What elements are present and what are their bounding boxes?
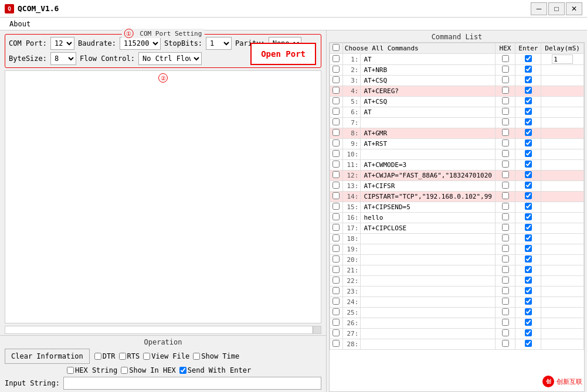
delay-cell[interactable] (541, 128, 584, 139)
row-select-checkbox[interactable] (332, 245, 340, 252)
send-with-enter-checkbox[interactable] (179, 367, 186, 374)
show-time-checkbox-label[interactable]: Show Time (193, 352, 239, 360)
delay-cell[interactable] (541, 223, 584, 234)
cmd-text-input[interactable] (362, 66, 493, 74)
show-in-hex-checkbox[interactable] (121, 367, 128, 374)
delay-cell[interactable] (541, 234, 584, 244)
delay-cell[interactable] (541, 160, 584, 171)
view-file-checkbox-label[interactable]: View File (143, 352, 189, 360)
row-select-checkbox[interactable] (332, 340, 340, 347)
hex-checkbox[interactable] (502, 213, 509, 220)
cmd-input-cell[interactable] (361, 276, 495, 287)
cmd-input-cell[interactable] (361, 76, 495, 86)
enter-checkbox[interactable] (525, 118, 532, 125)
cmd-text-input[interactable] (362, 340, 493, 349)
hex-checkbox[interactable] (502, 308, 509, 315)
cmd-text-input[interactable] (362, 319, 493, 328)
hex-checkbox[interactable] (502, 266, 509, 273)
enter-checkbox[interactable] (525, 203, 532, 210)
delay-cell[interactable] (541, 329, 584, 339)
cmd-input-cell[interactable] (361, 181, 495, 192)
cmd-input-cell[interactable] (361, 171, 495, 181)
cmd-text-input[interactable] (362, 192, 493, 201)
cmd-input-cell[interactable] (361, 118, 495, 128)
row-select-checkbox[interactable] (332, 298, 340, 305)
cmd-text-input[interactable] (362, 308, 493, 317)
delay-cell[interactable] (541, 318, 584, 329)
cmd-text-input[interactable] (362, 108, 493, 117)
delay-cell[interactable] (541, 181, 584, 192)
row-select-checkbox[interactable] (332, 97, 340, 104)
hex-checkbox[interactable] (502, 234, 509, 241)
cmd-text-input[interactable] (362, 266, 493, 275)
enter-checkbox[interactable] (525, 150, 532, 157)
enter-checkbox[interactable] (525, 97, 532, 104)
enter-checkbox[interactable] (525, 224, 532, 231)
cmd-input-cell[interactable] (361, 97, 495, 107)
dtr-checkbox-label[interactable]: DTR (94, 352, 116, 360)
hex-checkbox[interactable] (502, 171, 509, 178)
hex-checkbox[interactable] (502, 319, 509, 326)
cmd-input-cell[interactable] (361, 54, 495, 65)
hex-checkbox[interactable] (502, 55, 509, 62)
cmd-input-cell[interactable] (361, 107, 495, 118)
enter-checkbox[interactable] (525, 340, 532, 347)
hex-checkbox[interactable] (502, 182, 509, 189)
row-select-checkbox[interactable] (332, 308, 340, 315)
hex-string-checkbox[interactable] (67, 367, 74, 374)
cmd-text-input[interactable] (362, 55, 493, 64)
cmd-text-input[interactable] (362, 97, 493, 106)
cmd-text-input[interactable] (362, 182, 493, 190)
cmd-input-cell[interactable] (361, 265, 495, 276)
cmd-input-cell[interactable] (361, 192, 495, 202)
row-select-checkbox[interactable] (332, 150, 340, 157)
stopbits-select[interactable]: 11.52 (206, 37, 232, 50)
cmd-input-cell[interactable] (361, 339, 495, 350)
enter-checkbox[interactable] (525, 108, 532, 115)
cmd-input-cell[interactable] (361, 297, 495, 308)
open-port-button[interactable]: Open Port (250, 43, 316, 65)
choose-all-checkbox[interactable] (332, 44, 340, 51)
enter-checkbox[interactable] (525, 298, 532, 305)
enter-checkbox[interactable] (525, 87, 532, 94)
delay-cell[interactable] (541, 149, 584, 160)
row-select-checkbox[interactable] (332, 171, 340, 178)
hex-checkbox[interactable] (502, 129, 509, 136)
row-select-checkbox[interactable] (332, 129, 340, 136)
hex-checkbox[interactable] (502, 340, 509, 347)
cmd-input-cell[interactable] (361, 149, 495, 160)
hex-checkbox[interactable] (502, 192, 509, 199)
enter-checkbox[interactable] (525, 255, 532, 263)
enter-checkbox[interactable] (525, 161, 532, 168)
maximize-button[interactable]: □ (548, 2, 565, 15)
cmd-input-cell[interactable] (361, 255, 495, 265)
enter-checkbox[interactable] (525, 171, 532, 178)
hex-checkbox[interactable] (502, 118, 509, 125)
hex-checkbox[interactable] (502, 161, 509, 168)
delay-cell[interactable] (541, 202, 584, 213)
row-select-checkbox[interactable] (332, 224, 340, 231)
row-select-checkbox[interactable] (332, 203, 340, 210)
hex-checkbox[interactable] (502, 298, 509, 305)
delay-cell[interactable] (541, 297, 584, 308)
cmd-text-input[interactable] (362, 255, 493, 264)
enter-checkbox[interactable] (525, 245, 532, 252)
enter-checkbox[interactable] (525, 182, 532, 189)
delay-input[interactable] (552, 54, 573, 64)
delay-cell[interactable] (541, 76, 584, 86)
row-select-checkbox[interactable] (332, 234, 340, 241)
enter-checkbox[interactable] (525, 213, 532, 220)
hex-checkbox[interactable] (502, 66, 509, 73)
row-select-checkbox[interactable] (332, 182, 340, 189)
delay-cell[interactable] (541, 86, 584, 97)
cmd-text-input[interactable] (362, 298, 493, 306)
delay-cell[interactable] (541, 65, 584, 76)
cmd-text-input[interactable] (362, 118, 493, 127)
delay-cell[interactable] (541, 276, 584, 287)
hex-checkbox[interactable] (502, 277, 509, 284)
hex-checkbox[interactable] (502, 87, 509, 94)
cmd-input-cell[interactable] (361, 244, 495, 255)
row-select-checkbox[interactable] (332, 87, 340, 94)
send-with-enter-checkbox-label[interactable]: Send With Enter (179, 366, 251, 374)
cmd-input-cell[interactable] (361, 287, 495, 297)
